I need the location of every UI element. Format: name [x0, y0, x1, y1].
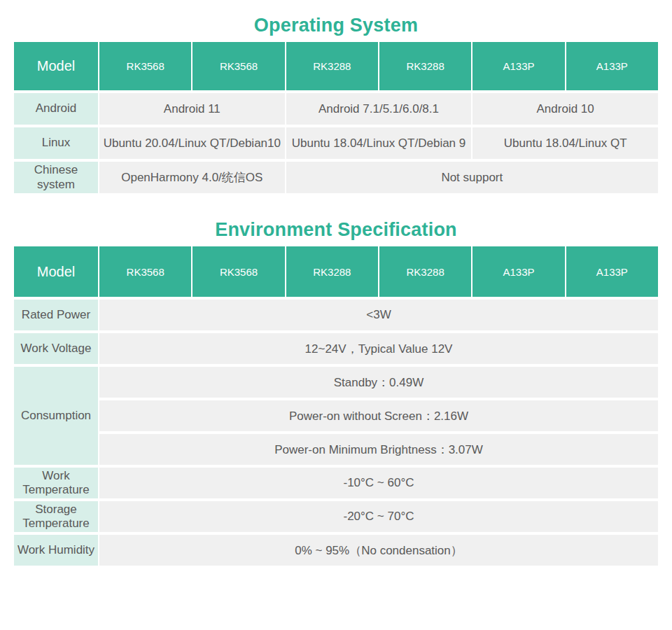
table-row: AndroidAndroid 11Android 7.1/5.1/6.0/8.1… [14, 93, 658, 125]
operating-system-table: ModelRK3568RK3568RK3288RK3288A133PA133PA… [13, 39, 659, 196]
spec-value-cell: Power-on Minimum Brightness：3.07W [99, 434, 658, 465]
spec-value-cell: <3W [99, 300, 658, 330]
table-row: Chinese systemOpenHarmony 4.0/统信OSNot su… [14, 162, 658, 193]
table-row: Work Voltage12~24V，Typical Value 12V [14, 333, 658, 364]
spec-value-cell: Standby：0.49W [99, 367, 658, 398]
column-header-cell: RK3568 [192, 42, 284, 90]
spec-value-cell: Android 10 [472, 93, 658, 125]
row-label-cell: Storage Temperature [14, 501, 98, 532]
spec-value-cell: OpenHarmony 4.0/统信OS [99, 162, 285, 193]
spec-value-cell: Android 7.1/5.1/6.0/8.1 [286, 93, 472, 125]
table-row: Power-on without Screen：2.16W [14, 400, 658, 431]
column-header-cell: A133P [472, 246, 564, 297]
model-header-cell: Model [14, 42, 98, 90]
table-row: Power-on Minimum Brightness：3.07W [14, 434, 658, 465]
column-header-cell: A133P [472, 42, 564, 90]
environment-specification-table: ModelRK3568RK3568RK3288RK3288A133PA133PR… [13, 244, 659, 568]
spec-value-cell: Ubuntu 20.04/Linux QT/Debian10 [99, 127, 285, 159]
spec-value-cell: Android 11 [99, 93, 285, 125]
column-header-cell: A133P [566, 246, 658, 297]
row-label-cell: Linux [14, 127, 98, 159]
operating-system-section: Operating System ModelRK3568RK3568RK3288… [0, 0, 672, 196]
column-header-cell: RK3568 [99, 42, 191, 90]
table-row: LinuxUbuntu 20.04/Linux QT/Debian10Ubunt… [14, 127, 658, 159]
column-header-cell: RK3288 [286, 42, 378, 90]
spec-value-cell: -10°C ~ 60°C [99, 468, 658, 498]
column-header-cell: RK3568 [192, 246, 284, 297]
column-header-cell: RK3568 [99, 246, 191, 297]
spec-value-cell: 12~24V，Typical Value 12V [99, 333, 658, 364]
column-header-cell: RK3288 [286, 246, 378, 297]
column-header-cell: RK3288 [379, 246, 471, 297]
spec-sheet-page: Operating System ModelRK3568RK3568RK3288… [0, 0, 672, 630]
spec-value-cell: Ubuntu 18.04/Linux QT [472, 127, 658, 159]
row-label-cell: Rated Power [14, 300, 98, 330]
environment-specification-title: Environment Specification [0, 196, 672, 244]
header-row: ModelRK3568RK3568RK3288RK3288A133PA133P [14, 246, 658, 297]
spec-value-cell: 0% ~ 95%（No condensation） [99, 535, 658, 566]
spec-value-cell: -20°C ~ 70°C [99, 501, 658, 532]
column-header-cell: RK3288 [379, 42, 471, 90]
table-row: Storage Temperature-20°C ~ 70°C [14, 501, 658, 532]
row-label-cell: Work Temperature [14, 468, 98, 498]
table-row: ConsumptionStandby：0.49W [14, 367, 658, 398]
header-row: ModelRK3568RK3568RK3288RK3288A133PA133P [14, 42, 658, 90]
spec-value-cell: Ubuntu 18.04/Linux QT/Debian 9 [286, 127, 472, 159]
row-label-cell: Consumption [14, 367, 98, 465]
row-label-cell: Work Voltage [14, 333, 98, 364]
row-label-cell: Work Humidity [14, 535, 98, 566]
spec-value-cell: Power-on without Screen：2.16W [99, 400, 658, 431]
row-label-cell: Chinese system [14, 162, 98, 193]
table-row: Work Temperature-10°C ~ 60°C [14, 468, 658, 498]
environment-specification-section: Environment Specification ModelRK3568RK3… [0, 196, 672, 568]
model-header-cell: Model [14, 246, 98, 297]
spec-value-cell: Not support [286, 162, 658, 193]
row-label-cell: Android [14, 93, 98, 125]
table-row: Work Humidity0% ~ 95%（No condensation） [14, 535, 658, 566]
table-row: Rated Power<3W [14, 300, 658, 330]
operating-system-title: Operating System [0, 0, 672, 39]
column-header-cell: A133P [566, 42, 658, 90]
